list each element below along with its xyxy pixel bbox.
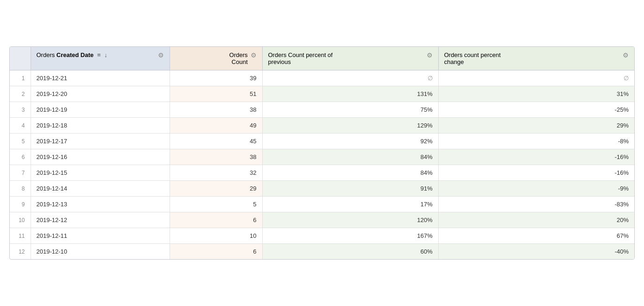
row-percent-change: -25% bbox=[438, 102, 634, 118]
table-row: 82019-12-142991%-9% bbox=[10, 181, 634, 197]
row-percent-prev: 91% bbox=[262, 181, 438, 197]
row-percent-change: -16% bbox=[438, 149, 634, 165]
count-col-gear-icon[interactable]: ⚙ bbox=[251, 51, 257, 59]
table-row: 32019-12-193875%-25% bbox=[10, 102, 634, 118]
row-date: 2019-12-18 bbox=[31, 118, 170, 134]
row-percent-change: -8% bbox=[438, 134, 634, 149]
table-row: 92019-12-13517%-83% bbox=[10, 197, 634, 212]
row-number: 2 bbox=[10, 86, 31, 102]
row-percent-change: -16% bbox=[438, 165, 634, 181]
row-date: 2019-12-12 bbox=[31, 212, 170, 228]
col-date-label-bold: Created Date bbox=[57, 51, 94, 58]
row-percent-change: 67% bbox=[438, 228, 634, 244]
row-count: 6 bbox=[170, 212, 262, 228]
col-header-percent-change: Orders count percent change ⚙ bbox=[438, 47, 634, 70]
col-header-rownum bbox=[10, 47, 31, 70]
row-count: 6 bbox=[170, 244, 262, 260]
row-date: 2019-12-21 bbox=[31, 70, 170, 86]
col-date-label-prefix: Orders bbox=[37, 51, 57, 58]
row-date: 2019-12-10 bbox=[31, 244, 170, 260]
table-row: 72019-12-153284%-16% bbox=[10, 165, 634, 181]
row-date: 2019-12-17 bbox=[31, 134, 170, 149]
row-number: 4 bbox=[10, 118, 31, 134]
col-header-percent-prev: Orders Count percent of previous ⚙ bbox=[262, 47, 438, 70]
row-number: 3 bbox=[10, 102, 31, 118]
row-percent-change: 29% bbox=[438, 118, 634, 134]
row-percent-prev: 17% bbox=[262, 197, 438, 212]
table-row: 12019-12-2139∅∅ bbox=[10, 70, 634, 86]
row-percent-change: 20% bbox=[438, 212, 634, 228]
row-date: 2019-12-13 bbox=[31, 197, 170, 212]
sort-down-icon[interactable]: ↓ bbox=[104, 51, 107, 58]
row-percent-prev: 92% bbox=[262, 134, 438, 149]
row-count: 38 bbox=[170, 102, 262, 118]
row-number: 12 bbox=[10, 244, 31, 260]
row-number: 10 bbox=[10, 212, 31, 228]
table-row: 52019-12-174592%-8% bbox=[10, 134, 634, 149]
row-date: 2019-12-19 bbox=[31, 102, 170, 118]
pct-change-col-gear-icon[interactable]: ⚙ bbox=[623, 51, 629, 59]
row-count: 5 bbox=[170, 197, 262, 212]
pct-prev-col-gear-icon[interactable]: ⚙ bbox=[427, 51, 433, 59]
sort-filter-icon[interactable]: ≡ bbox=[97, 51, 101, 58]
data-table: Orders Created Date ≡ ↓ ⚙ Orders Count ⚙ bbox=[9, 46, 635, 260]
row-percent-prev: 75% bbox=[262, 102, 438, 118]
row-date: 2019-12-11 bbox=[31, 228, 170, 244]
table-row: 112019-12-1110167%67% bbox=[10, 228, 634, 244]
row-number: 1 bbox=[10, 70, 31, 86]
row-count: 38 bbox=[170, 149, 262, 165]
row-date: 2019-12-14 bbox=[31, 181, 170, 197]
row-date: 2019-12-15 bbox=[31, 165, 170, 181]
row-percent-prev: 131% bbox=[262, 86, 438, 102]
row-percent-change: ∅ bbox=[438, 70, 634, 86]
row-count: 10 bbox=[170, 228, 262, 244]
row-count: 49 bbox=[170, 118, 262, 134]
table-header-row: Orders Created Date ≡ ↓ ⚙ Orders Count ⚙ bbox=[10, 47, 634, 70]
table-row: 22019-12-2051131%31% bbox=[10, 86, 634, 102]
row-count: 51 bbox=[170, 86, 262, 102]
row-percent-prev: 120% bbox=[262, 212, 438, 228]
row-percent-change: -9% bbox=[438, 181, 634, 197]
col-count-label-line1: Orders bbox=[176, 51, 248, 58]
row-count: 32 bbox=[170, 165, 262, 181]
col-pct-prev-label-line1: Orders Count percent of bbox=[268, 51, 424, 58]
row-number: 5 bbox=[10, 134, 31, 149]
row-date: 2019-12-16 bbox=[31, 149, 170, 165]
row-percent-prev: 129% bbox=[262, 118, 438, 134]
row-percent-prev: 84% bbox=[262, 165, 438, 181]
row-percent-change: -83% bbox=[438, 197, 634, 212]
table-row: 102019-12-126120%20% bbox=[10, 212, 634, 228]
col-pct-change-label-line2: change bbox=[444, 58, 620, 65]
row-number: 9 bbox=[10, 197, 31, 212]
row-date: 2019-12-20 bbox=[31, 86, 170, 102]
row-number: 11 bbox=[10, 228, 31, 244]
table-row: 122019-12-10660%-40% bbox=[10, 244, 634, 260]
col-header-date: Orders Created Date ≡ ↓ ⚙ bbox=[31, 47, 170, 70]
row-count: 39 bbox=[170, 70, 262, 86]
row-number: 8 bbox=[10, 181, 31, 197]
row-number: 7 bbox=[10, 165, 31, 181]
row-percent-change: -40% bbox=[438, 244, 634, 260]
col-pct-change-label-line1: Orders count percent bbox=[444, 51, 620, 58]
col-header-count: Orders Count ⚙ bbox=[170, 47, 262, 70]
row-percent-prev: 167% bbox=[262, 228, 438, 244]
row-percent-prev: 60% bbox=[262, 244, 438, 260]
row-percent-change: 31% bbox=[438, 86, 634, 102]
col-count-label-line2: Count bbox=[176, 58, 248, 65]
col-pct-prev-label-line2: previous bbox=[268, 58, 424, 65]
date-col-gear-icon[interactable]: ⚙ bbox=[158, 51, 164, 59]
row-number: 6 bbox=[10, 149, 31, 165]
table-row: 42019-12-1849129%29% bbox=[10, 118, 634, 134]
row-percent-prev: ∅ bbox=[262, 70, 438, 86]
row-count: 45 bbox=[170, 134, 262, 149]
row-count: 29 bbox=[170, 181, 262, 197]
table-body: 12019-12-2139∅∅22019-12-2051131%31%32019… bbox=[10, 70, 634, 260]
row-percent-prev: 84% bbox=[262, 149, 438, 165]
table-row: 62019-12-163884%-16% bbox=[10, 149, 634, 165]
